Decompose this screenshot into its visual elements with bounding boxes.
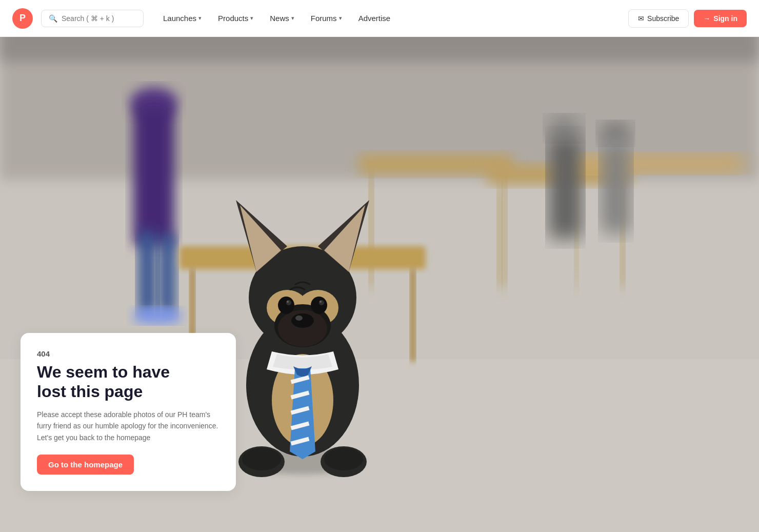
nav-item-news[interactable]: News ▾ (263, 10, 302, 27)
chevron-down-icon: ▾ (291, 15, 294, 22)
logo-wrap[interactable]: P (12, 8, 33, 29)
nav-links: Launches ▾ Products ▾ News ▾ Forums ▾ Ad… (156, 10, 624, 27)
search-box[interactable]: 🔍 (41, 10, 144, 27)
subscribe-icon: ✉ (638, 14, 644, 23)
error-code: 404 (37, 349, 219, 358)
nav-actions: ✉ Subscribe → Sign in (628, 9, 747, 28)
nav-item-forums[interactable]: Forums ▾ (304, 10, 349, 27)
error-description: Please accept these adorable photos of o… (37, 409, 219, 443)
nav-item-launches[interactable]: Launches ▾ (156, 10, 209, 27)
logo-icon[interactable]: P (12, 8, 33, 29)
chevron-down-icon: ▾ (250, 15, 253, 22)
navbar: P 🔍 Launches ▾ Products ▾ News ▾ Forums … (0, 0, 759, 37)
search-input[interactable] (62, 14, 136, 23)
search-icon: 🔍 (49, 14, 57, 23)
signin-icon: → (703, 14, 710, 23)
nav-item-products[interactable]: Products ▾ (211, 10, 261, 27)
go-to-homepage-button[interactable]: Go to the homepage (37, 455, 134, 475)
error-card: 404 We seem to have lost this page Pleas… (21, 333, 236, 491)
chevron-down-icon: ▾ (198, 15, 202, 22)
subscribe-button[interactable]: ✉ Subscribe (628, 9, 689, 28)
error-title: We seem to have lost this page (37, 362, 219, 402)
chevron-down-icon: ▾ (339, 15, 342, 22)
nav-item-advertise[interactable]: Advertise (351, 10, 398, 27)
signin-button[interactable]: → Sign in (694, 10, 747, 27)
